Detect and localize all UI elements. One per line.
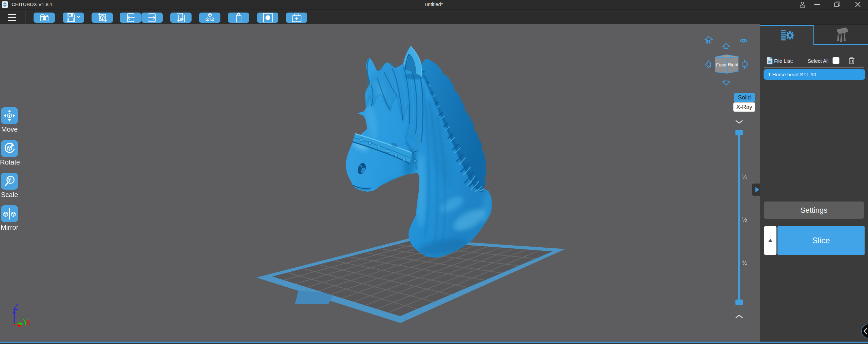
svg-text:Z: Z <box>13 302 18 311</box>
svg-text:Right: Right <box>728 62 738 67</box>
svg-text:X: X <box>25 318 31 327</box>
svg-text:Front: Front <box>716 62 727 68</box>
